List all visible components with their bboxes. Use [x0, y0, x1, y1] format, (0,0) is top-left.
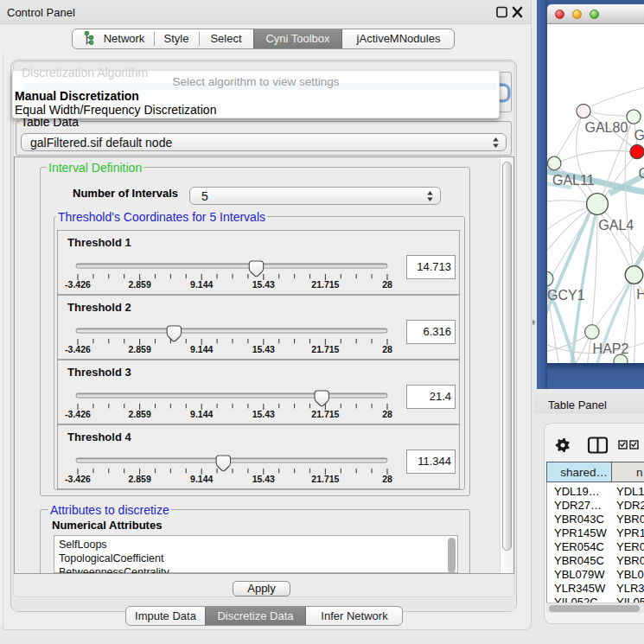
svg-text:2.859: 2.859 [128, 344, 150, 354]
svg-text:9.144: 9.144 [190, 344, 213, 354]
svg-text:GAL80: GAL80 [585, 120, 628, 135]
svg-text:-3.426: -3.426 [65, 474, 91, 484]
svg-text:GCY1: GCY1 [547, 288, 585, 303]
svg-text:28: 28 [382, 409, 392, 419]
svg-text:HA: HA [636, 287, 644, 302]
svg-text:28: 28 [382, 279, 392, 290]
svg-text:21.715: 21.715 [311, 279, 339, 290]
svg-text:GAL3: GAL3 [634, 128, 644, 143]
svg-text:15.43: 15.43 [252, 409, 275, 419]
svg-text:15.43: 15.43 [252, 279, 275, 290]
svg-text:-3.426: -3.426 [65, 344, 91, 354]
svg-text:HAP2: HAP2 [593, 341, 629, 356]
svg-text:2.859: 2.859 [128, 474, 150, 484]
svg-text:15.43: 15.43 [252, 474, 275, 484]
svg-text:9.144: 9.144 [190, 279, 213, 290]
svg-text:9.144: 9.144 [190, 409, 213, 419]
svg-text:21.715: 21.715 [311, 409, 339, 419]
svg-text:28: 28 [382, 474, 392, 484]
svg-text:GAL11: GAL11 [552, 173, 595, 188]
svg-text:15.43: 15.43 [252, 344, 275, 354]
svg-text:28: 28 [382, 344, 392, 354]
svg-text:GAL4: GAL4 [598, 218, 634, 233]
svg-text:9.144: 9.144 [190, 474, 213, 484]
svg-text:21.715: 21.715 [311, 474, 339, 484]
svg-text:-3.426: -3.426 [65, 409, 91, 419]
svg-text:CY: CY [638, 166, 644, 181]
svg-text:2.859: 2.859 [128, 279, 150, 290]
svg-text:21.715: 21.715 [311, 344, 339, 354]
svg-text:-3.426: -3.426 [65, 279, 91, 290]
svg-text:2.859: 2.859 [128, 409, 150, 419]
